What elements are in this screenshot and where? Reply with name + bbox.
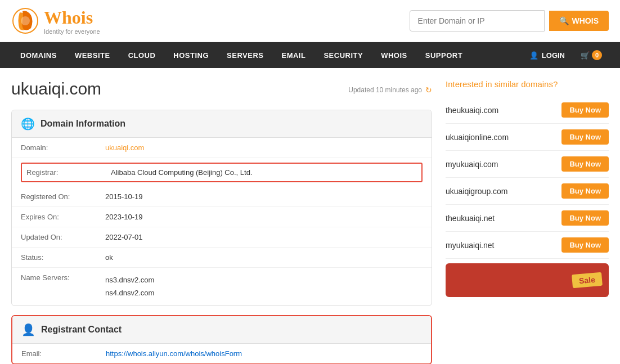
value-domain: ukuaiqi.com	[105, 143, 423, 152]
domain-info-body: Domain: ukuaiqi.com Registrar: Alibaba C…	[12, 138, 432, 305]
label-updated-on: Updated On:	[21, 233, 105, 241]
registrant-header: 👤 Registrant Contact	[12, 316, 431, 344]
table-row-registrar: Registrar: Alibaba Cloud Computing (Beij…	[21, 163, 423, 182]
label-expires-on: Expires On:	[21, 213, 105, 221]
buy-now-button[interactable]: Buy Now	[561, 210, 609, 226]
logo-icon	[11, 7, 39, 35]
similar-title-prefix: Interested	[446, 79, 486, 89]
nav-item-security[interactable]: SECURITY	[315, 43, 372, 68]
similar-domain-name: myukuaiqi.com	[446, 160, 498, 169]
value-status: ok	[105, 253, 423, 262]
refresh-icon[interactable]: ↻	[425, 86, 432, 95]
nav-item-support[interactable]: SUPPORT	[416, 43, 471, 68]
search-button-label: WHOIS	[572, 16, 599, 25]
registrant-card: 👤 Registrant Contact Email: https://whoi…	[11, 315, 432, 364]
nav-item-website[interactable]: WEBSITE	[66, 43, 119, 68]
header: Whois Identity for everyone 🔍 WHOIS	[0, 0, 620, 42]
logo: Whois Identity for everyone	[11, 7, 100, 35]
list-item: myukuaiqi.net Buy Now	[446, 232, 609, 259]
domain-icon: 🌐	[21, 117, 35, 131]
updated-info: Updated 10 minutes ago ↻	[348, 86, 432, 95]
similar-title-suffix: domains?	[519, 79, 558, 89]
table-row: Name Servers: ns3.dnsv2.comns4.dnsv2.com	[12, 268, 432, 305]
sale-tag: Sale	[572, 272, 603, 289]
table-row: Expires On: 2023-10-19	[12, 207, 432, 227]
logo-whois-label: Whois	[44, 7, 100, 28]
list-item: ukuaiqionline.com Buy Now	[446, 124, 609, 151]
page-title: ukuaiqi.com	[11, 79, 101, 98]
list-item: myukuaiqi.com Buy Now	[446, 151, 609, 178]
label-status: Status:	[21, 253, 105, 262]
nav-cart[interactable]: 🛒 0	[574, 42, 609, 68]
value-email-link[interactable]: https://whois.aliyun.com/whois/whoisForm	[106, 349, 422, 358]
nav-item-cloud[interactable]: CLOUD	[119, 43, 165, 68]
nav-item-servers[interactable]: SERVERS	[218, 43, 272, 68]
table-row: Status: ok	[12, 248, 432, 268]
list-item: ukuaiqigroup.com Buy Now	[446, 178, 609, 205]
value-registrar: Alibaba Cloud Computing (Beijing) Co., L…	[111, 168, 417, 177]
buy-now-button[interactable]: Buy Now	[561, 183, 609, 199]
buy-now-button[interactable]: Buy Now	[561, 129, 609, 145]
label-domain: Domain:	[21, 143, 105, 152]
logo-text: Whois Identity for everyone	[44, 7, 100, 35]
registrant-body: Email: https://whois.aliyun.com/whois/wh…	[12, 344, 431, 363]
buy-now-button[interactable]: Buy Now	[561, 156, 609, 172]
updated-text: Updated 10 minutes ago	[348, 86, 422, 94]
svg-point-1	[21, 16, 30, 25]
label-email: Email:	[21, 349, 106, 358]
similar-domain-name: theukuaiqi.com	[446, 106, 498, 115]
label-registrar: Registrar:	[26, 168, 111, 177]
value-updated-on: 2022-07-01	[105, 233, 423, 241]
login-label: LOGIN	[542, 51, 565, 60]
logo-tagline: Identity for everyone	[44, 28, 100, 35]
main-nav: DOMAINS WEBSITE CLOUD HOSTING SERVERS EM…	[0, 42, 620, 68]
table-row: Registered On: 2015-10-19	[12, 187, 432, 207]
domain-info-card: 🌐 Domain Information Domain: ukuaiqi.com…	[11, 110, 432, 306]
similar-domain-name: theukuaiqi.net	[446, 214, 495, 223]
user-icon: 👤	[529, 51, 538, 60]
similar-domain-name: myukuaiqi.net	[446, 241, 494, 250]
table-row: Domain: ukuaiqi.com	[12, 138, 432, 158]
table-row: Email: https://whois.aliyun.com/whois/wh…	[12, 344, 431, 363]
nav-item-hosting[interactable]: HOSTING	[164, 43, 218, 68]
similar-domains-title: Interested in similar domains?	[446, 79, 609, 89]
search-icon: 🔍	[559, 16, 569, 25]
main-content: ukuaiqi.com Updated 10 minutes ago ↻ 🌐 D…	[0, 68, 620, 364]
nav-item-email[interactable]: EMAIL	[272, 43, 315, 68]
left-column: ukuaiqi.com Updated 10 minutes ago ↻ 🌐 D…	[11, 79, 432, 364]
registrar-row-wrapper: Registrar: Alibaba Cloud Computing (Beij…	[12, 158, 432, 187]
buy-now-button[interactable]: Buy Now	[561, 237, 609, 253]
label-registered-on: Registered On:	[21, 192, 105, 201]
header-search: 🔍 WHOIS	[410, 10, 609, 32]
nav-login[interactable]: 👤 LOGIN	[523, 43, 572, 68]
similar-domain-name: ukuaiqigroup.com	[446, 187, 508, 196]
right-sidebar: Interested in similar domains? theukuaiq…	[446, 79, 609, 364]
domain-header: ukuaiqi.com Updated 10 minutes ago ↻	[11, 79, 432, 101]
registrant-title: Registrant Contact	[41, 325, 122, 335]
similar-title-highlight: in similar	[486, 79, 519, 89]
similar-domain-name: ukuaiqionline.com	[446, 133, 509, 142]
value-name-servers: ns3.dnsv2.comns4.dnsv2.com	[105, 273, 423, 300]
value-registered-on: 2015-10-19	[105, 192, 423, 201]
nav-item-whois[interactable]: WHOIS	[372, 43, 416, 68]
list-item: theukuaiqi.com Buy Now	[446, 97, 609, 124]
search-button[interactable]: 🔍 WHOIS	[549, 11, 609, 31]
cart-icon: 🛒	[581, 51, 590, 60]
label-name-servers: Name Servers:	[21, 273, 105, 300]
sale-banner: Sale	[446, 263, 609, 297]
search-input[interactable]	[410, 10, 545, 32]
person-icon: 👤	[21, 323, 35, 336]
domain-info-title: Domain Information	[41, 119, 125, 129]
cart-count: 0	[592, 50, 602, 60]
value-expires-on: 2023-10-19	[105, 213, 423, 221]
buy-now-button[interactable]: Buy Now	[561, 102, 609, 118]
table-row: Updated On: 2022-07-01	[12, 227, 432, 248]
nav-right: 👤 LOGIN 🛒 0	[523, 42, 609, 68]
list-item: theukuaiqi.net Buy Now	[446, 205, 609, 232]
domain-info-header: 🌐 Domain Information	[12, 110, 432, 138]
nav-item-domains[interactable]: DOMAINS	[11, 43, 66, 68]
